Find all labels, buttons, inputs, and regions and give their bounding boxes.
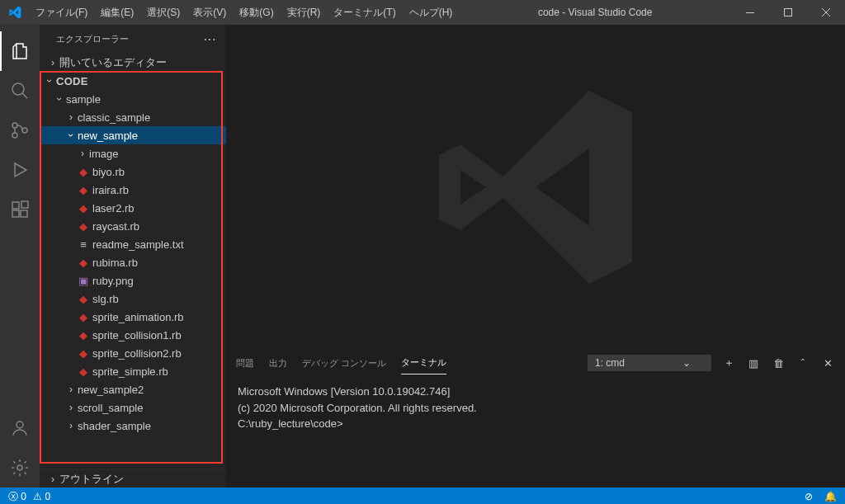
- kill-terminal-icon[interactable]: 🗑: [771, 357, 786, 370]
- folder-scroll-sample[interactable]: ›scroll_sample: [40, 398, 226, 417]
- ruby-icon: ◆: [76, 329, 91, 341]
- svg-rect-9: [21, 201, 28, 208]
- activity-bar: [0, 25, 40, 488]
- ruby-icon: ◆: [76, 293, 91, 305]
- section-open-editors[interactable]: ›開いているエディター: [40, 54, 226, 72]
- file-slg[interactable]: ◆slg.rb: [40, 290, 226, 308]
- svg-rect-8: [21, 210, 27, 217]
- minimize-button[interactable]: [731, 0, 769, 25]
- folder-new-sample[interactable]: ›new_sample: [40, 126, 226, 144]
- status-warnings[interactable]: ⚠ 0: [33, 491, 50, 502]
- terminal-output[interactable]: Microsoft Windows [Version 10.0.19042.74…: [226, 377, 845, 488]
- split-terminal-icon[interactable]: ▥: [746, 357, 761, 370]
- file-iraira[interactable]: ◆iraira.rb: [40, 181, 226, 199]
- svg-point-10: [17, 422, 23, 428]
- folder-new-sample2[interactable]: ›new_sample2: [40, 380, 226, 398]
- chevron-down-icon: ⌄: [682, 357, 691, 369]
- activity-settings-icon[interactable]: [0, 448, 40, 488]
- tab-problems[interactable]: 問題: [236, 352, 254, 374]
- svg-point-4: [12, 133, 17, 138]
- close-panel-icon[interactable]: ✕: [820, 357, 835, 370]
- vscode-logo-icon: [0, 6, 29, 19]
- ruby-icon: ◆: [76, 202, 91, 214]
- file-sprite-col2[interactable]: ◆sprite_collision2.rb: [40, 344, 226, 362]
- menu-file[interactable]: ファイル(F): [29, 0, 94, 25]
- file-laser2[interactable]: ◆laser2.rb: [40, 199, 226, 217]
- file-sprite-simple[interactable]: ◆sprite_simple.rb: [40, 362, 226, 380]
- menu-terminal[interactable]: ターミナル(T): [327, 0, 402, 25]
- ruby-icon: ◆: [76, 220, 91, 233]
- titlebar: ファイル(F) 編集(E) 選択(S) 表示(V) 移動(G) 実行(R) ター…: [0, 0, 845, 25]
- status-feedback-icon[interactable]: ⊘: [805, 491, 813, 502]
- svg-point-5: [22, 128, 27, 133]
- file-tree: ›開いているエディター ›CODE ›sample ›classic_sampl…: [40, 54, 226, 469]
- menu-selection[interactable]: 選択(S): [140, 0, 186, 25]
- svg-rect-6: [12, 202, 19, 209]
- status-bell-icon[interactable]: 🔔: [824, 491, 837, 502]
- svg-point-3: [12, 123, 17, 128]
- file-raycast[interactable]: ◆raycast.rb: [40, 217, 226, 235]
- vscode-watermark-icon: [428, 80, 643, 294]
- file-sprite-anim[interactable]: ◆sprite_animation.rb: [40, 308, 226, 326]
- ruby-icon: ◆: [76, 184, 91, 196]
- tab-output[interactable]: 出力: [269, 352, 287, 374]
- file-readme[interactable]: ≡readme_sample.txt: [40, 235, 226, 253]
- file-rubima[interactable]: ◆rubima.rb: [40, 253, 226, 271]
- folder-image[interactable]: ›image: [40, 144, 226, 163]
- terminal-line: Microsoft Windows [Version 10.0.19042.74…: [238, 384, 833, 400]
- file-rubypng[interactable]: ▣ruby.png: [40, 271, 226, 290]
- menu-bar: ファイル(F) 編集(E) 選択(S) 表示(V) 移動(G) 実行(R) ター…: [29, 0, 459, 25]
- ruby-icon: ◆: [76, 311, 91, 323]
- terminal-selector[interactable]: 1: cmd⌄: [588, 355, 711, 371]
- menu-edit[interactable]: 編集(E): [94, 0, 140, 25]
- folder-root[interactable]: ›CODE: [40, 72, 226, 90]
- status-errors[interactable]: ⓧ 0: [8, 490, 26, 504]
- file-sprite-col1[interactable]: ◆sprite_collision1.rb: [40, 326, 226, 344]
- more-icon[interactable]: ⋯: [203, 31, 216, 47]
- activity-explorer-icon[interactable]: [0, 31, 40, 71]
- svg-rect-1: [785, 9, 792, 16]
- folder-sample[interactable]: ›sample: [40, 90, 226, 108]
- activity-search-icon[interactable]: [0, 71, 40, 111]
- svg-rect-0: [746, 12, 754, 13]
- maximize-panel-icon[interactable]: ˆ: [795, 357, 810, 370]
- tab-terminal[interactable]: ターミナル: [401, 351, 446, 374]
- new-terminal-icon[interactable]: ＋: [721, 356, 736, 370]
- svg-point-2: [12, 83, 24, 95]
- menu-run[interactable]: 実行(R): [281, 0, 328, 25]
- ruby-icon: ◆: [76, 166, 91, 178]
- panel-tabs: 問題 出力 デバッグ コンソール ターミナル 1: cmd⌄ ＋ ▥ 🗑 ˆ ✕: [226, 350, 845, 377]
- activity-debug-icon[interactable]: [0, 150, 40, 190]
- menu-view[interactable]: 表示(V): [186, 0, 233, 25]
- svg-point-11: [17, 465, 22, 470]
- sidebar-explorer: エクスプローラー ⋯ ›開いているエディター ›CODE ›sample ›cl…: [40, 25, 226, 488]
- panel: 問題 出力 デバッグ コンソール ターミナル 1: cmd⌄ ＋ ▥ 🗑 ˆ ✕…: [226, 349, 845, 488]
- editor-empty: [226, 25, 845, 349]
- sidebar-title: エクスプローラー: [56, 33, 129, 45]
- maximize-button[interactable]: [769, 0, 807, 25]
- tab-debug-console[interactable]: デバッグ コンソール: [302, 352, 386, 374]
- section-outline[interactable]: ›アウトライン: [40, 469, 226, 488]
- menu-go[interactable]: 移動(G): [233, 0, 280, 25]
- ruby-icon: ◆: [76, 347, 91, 360]
- image-icon: ▣: [76, 275, 91, 287]
- activity-scm-icon[interactable]: [0, 111, 40, 150]
- window-title: code - Visual Studio Code: [459, 7, 731, 18]
- terminal-prompt: C:\ruby_lecture\code>: [238, 416, 833, 432]
- terminal-line: (c) 2020 Microsoft Corporation. All righ…: [238, 400, 833, 417]
- menu-help[interactable]: ヘルプ(H): [403, 0, 460, 25]
- activity-accounts-icon[interactable]: [0, 408, 40, 448]
- svg-rect-7: [12, 210, 19, 217]
- folder-classic-sample[interactable]: ›classic_sample: [40, 108, 226, 126]
- text-icon: ≡: [76, 238, 91, 251]
- statusbar: ⓧ 0 ⚠ 0 ⊘ 🔔: [0, 488, 845, 504]
- editor-area: 問題 出力 デバッグ コンソール ターミナル 1: cmd⌄ ＋ ▥ 🗑 ˆ ✕…: [226, 25, 845, 488]
- activity-extensions-icon[interactable]: [0, 190, 40, 229]
- sidebar-header: エクスプローラー ⋯: [40, 25, 226, 54]
- ruby-icon: ◆: [76, 365, 91, 378]
- window-controls: [731, 0, 845, 25]
- folder-shader-sample[interactable]: ›shader_sample: [40, 417, 226, 435]
- ruby-icon: ◆: [76, 257, 91, 269]
- close-button[interactable]: [807, 0, 845, 25]
- file-biyo[interactable]: ◆biyo.rb: [40, 163, 226, 181]
